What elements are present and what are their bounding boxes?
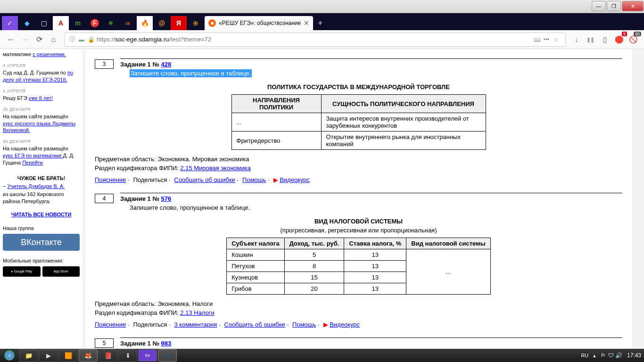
- sidebar-date: 20 ДЕКАБРЯ: [3, 139, 80, 144]
- task-id-link[interactable]: 428: [161, 61, 172, 68]
- task-actions: Пояснение· Поделиться· 3 комментария· Со…: [95, 321, 622, 328]
- adblock-icon[interactable]: 🛑9: [612, 33, 626, 47]
- sidebar-text: Мобильные приложения:: [3, 257, 80, 264]
- td: Петухов: [227, 261, 284, 272]
- pinned-tab-7[interactable]: ✳: [103, 16, 119, 30]
- tab-active[interactable]: ✱ «РЕШУ ЕГЭ»: обществознание ✕: [205, 16, 313, 30]
- pinned-tab-3[interactable]: ▢: [36, 16, 52, 30]
- play-icon: ▶: [273, 176, 278, 183]
- window-close-button[interactable]: ✕: [622, 1, 644, 11]
- fipi-link[interactable]: 2.15 Мировая экономика: [180, 165, 251, 172]
- td: 13: [344, 261, 406, 272]
- tray-language[interactable]: RU: [581, 353, 588, 358]
- sidebar-text: Решу ЕГЭ уже 8 лет!: [3, 95, 80, 102]
- noscript-icon[interactable]: 🚫20: [626, 33, 640, 47]
- pinned-tab-8[interactable]: ок: [120, 16, 136, 30]
- sidebar-link[interactable]: курс ЕГЭ по математике: [3, 153, 63, 158]
- task-id-link[interactable]: 576: [161, 195, 172, 202]
- task-table: НАПРАВЛЕНИЯ ПОЛИТИКИСУЩНОСТЬ ПОЛИТИЧЕСКО…: [231, 94, 486, 150]
- pinned-tab-6[interactable]: F: [91, 19, 99, 27]
- task-meta: Предметная область: Экономика. Налоги: [95, 300, 622, 307]
- pinned-tab-5[interactable]: m: [70, 16, 86, 30]
- td: ...: [406, 249, 491, 295]
- tab-new-button[interactable]: +: [313, 16, 327, 30]
- pinned-tab-12[interactable]: ⊕: [188, 16, 204, 30]
- report-link[interactable]: Сообщить об ошибке: [174, 176, 235, 183]
- task-number: 3: [95, 59, 114, 69]
- task-block-4: 4 Задание 1 № 576 Запишите слово, пропущ…: [95, 193, 622, 328]
- browser-tabbar: ✓ ◆ ▢ А m F ✳ ок 🔥 @ Я ⊕ ✱ «РЕШУ ЕГЭ»: о…: [0, 13, 644, 30]
- share-link[interactable]: Поделиться: [133, 321, 167, 328]
- explain-link[interactable]: Пояснение: [95, 321, 126, 328]
- explain-link[interactable]: Пояснение: [95, 176, 126, 183]
- report-link[interactable]: Сообщить об ошибке: [224, 321, 285, 328]
- window-maximize-button[interactable]: ❐: [607, 1, 621, 11]
- taskbar-item[interactable]: ▶: [39, 349, 58, 362]
- video-link[interactable]: Видеокурс: [280, 176, 310, 183]
- tray-clock[interactable]: 17:43: [627, 352, 641, 359]
- tracking-shield-icon: ▬: [78, 36, 85, 43]
- sidebar-text: из школы 162 Кировского района Петербург…: [3, 191, 80, 205]
- pinned-tab-10[interactable]: @: [154, 16, 170, 30]
- forward-button[interactable]: →: [18, 33, 32, 47]
- pinned-tab-9[interactable]: 🔥: [137, 16, 153, 30]
- video-link[interactable]: Видеокурс: [330, 321, 360, 328]
- window-minimize-button[interactable]: —: [592, 1, 606, 11]
- sidebar-link[interactable]: Учитель Думбадзе В. А.: [7, 183, 65, 189]
- sidebar-link[interactable]: Перейти: [22, 160, 43, 165]
- home-button[interactable]: ⌂: [46, 33, 60, 47]
- taskbar-item[interactable]: 📁: [19, 349, 38, 362]
- task-id-link[interactable]: 983: [161, 340, 172, 347]
- pinned-tab-4[interactable]: А: [53, 16, 69, 30]
- sidebar-date: 4 АПРЕЛЯ: [3, 63, 80, 68]
- task-block-5: 5 Задание 1 № 983: [95, 337, 622, 348]
- url-bar[interactable]: ⓘ ▬ 🔒 https://soc-ege.sdamgia.ru/test?th…: [64, 33, 566, 47]
- sidebar-link[interactable]: с решениями.: [33, 51, 66, 57]
- back-button[interactable]: ←: [4, 33, 18, 47]
- pinned-tab-11[interactable]: Я: [171, 16, 187, 30]
- tray-icons[interactable]: 🏳 🛡 🔊: [601, 352, 622, 359]
- task-prompt: Запишите слово, пропущенное в таблице.: [130, 204, 622, 211]
- taskbar-item[interactable]: 📕: [99, 349, 117, 362]
- taskbar-item[interactable]: ⬇: [118, 349, 137, 362]
- reload-button[interactable]: ⟳: [32, 33, 46, 47]
- sidebar-all-news-link[interactable]: ЧИТАТЬ ВСЕ НОВОСТИ: [3, 211, 80, 218]
- taskbar-item-firefox[interactable]: 🦊: [79, 349, 98, 362]
- taskbar-item-word[interactable]: W: [158, 349, 177, 362]
- task-meta: Предметная область: Экономика. Мировая э…: [95, 156, 622, 163]
- sidebar-link[interactable]: курс русского языка Людмилы Великовой.: [3, 121, 75, 133]
- th: НАПРАВЛЕНИЯ ПОЛИТИКИ: [231, 95, 321, 113]
- google-play-button[interactable]: ▸ Google Play: [3, 266, 41, 277]
- start-button[interactable]: [0, 349, 19, 362]
- tray-chevron-icon[interactable]: ▴: [593, 353, 596, 359]
- sidebar-toggle-button[interactable]: ▯: [598, 33, 612, 47]
- comments-link[interactable]: 3 комментария: [174, 321, 217, 328]
- share-link[interactable]: Поделиться: [133, 176, 167, 183]
- taskbar-item[interactable]: 64: [138, 349, 157, 362]
- task-meta: Раздел кодификатора ФИПИ: 2.15 Мировая э…: [95, 165, 622, 172]
- sidebar-text: Суд над Д. Д. Гущиным по по делу об утеч…: [3, 69, 80, 83]
- task-title: Задание 1 № 428: [120, 61, 622, 68]
- bookmark-star-icon[interactable]: ☆: [552, 36, 560, 43]
- library-button[interactable]: ⫿⫿: [584, 33, 598, 47]
- fipi-link[interactable]: 2.13 Налоги: [180, 309, 215, 316]
- taskbar-item[interactable]: 🟧: [59, 349, 78, 362]
- tab-close-button[interactable]: ✕: [304, 19, 309, 27]
- th: Вид налоговой системы: [406, 238, 491, 249]
- downloads-button[interactable]: ↓: [570, 33, 584, 47]
- help-link[interactable]: Помощь: [242, 176, 266, 183]
- url-text: https://soc-ege.sdamgia.ru/test?theme=72: [97, 36, 533, 43]
- pinned-tab-2[interactable]: ◆: [19, 16, 35, 30]
- sidebar-date: 25 ДЕКАБРЯ: [3, 107, 80, 112]
- help-link[interactable]: Помощь: [292, 321, 316, 328]
- task-block-3: 3 Задание 1 № 428 Запишите слово, пропущ…: [95, 58, 622, 183]
- reader-mode-icon[interactable]: 📖: [533, 36, 541, 43]
- vk-button[interactable]: ВКонтакте: [3, 234, 80, 251]
- tab-favicon-icon: ✱: [208, 19, 216, 27]
- pinned-tab-1[interactable]: ✓: [2, 16, 18, 30]
- app-store-button[interactable]: App Store: [42, 266, 80, 277]
- site-info-icon[interactable]: ⓘ: [68, 35, 76, 43]
- page-actions-icon[interactable]: •••: [543, 36, 550, 43]
- sidebar-link[interactable]: уже 8 лет!: [29, 95, 53, 101]
- task-title: Задание 1 № 576: [120, 195, 622, 202]
